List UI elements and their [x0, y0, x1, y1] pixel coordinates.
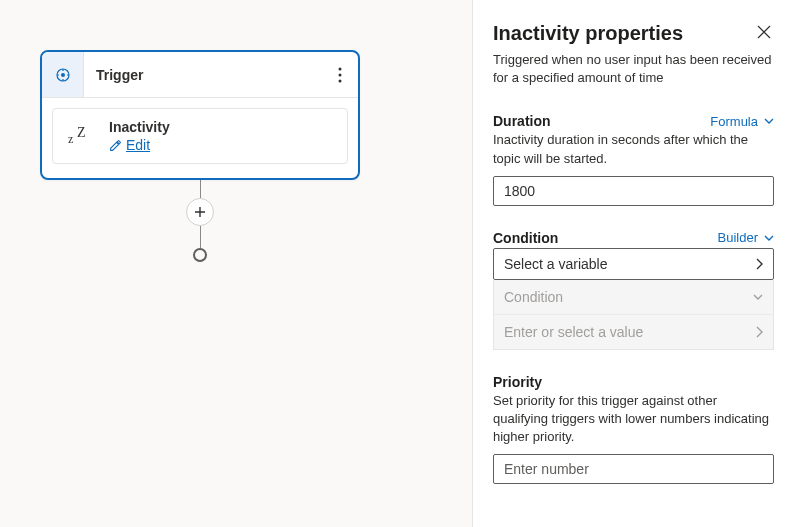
svg-point-4 [339, 79, 342, 82]
trigger-more-button[interactable] [322, 67, 358, 83]
trigger-icon [42, 52, 84, 97]
close-icon [756, 24, 772, 40]
chevron-right-icon [755, 326, 763, 338]
inactivity-title: Inactivity [109, 119, 170, 135]
connector-line [200, 226, 201, 248]
chevron-down-icon [764, 118, 774, 124]
canvas-area: Trigger z Z Inactivity [0, 0, 472, 527]
duration-section: Duration Formula Inactivity duration in … [493, 113, 774, 205]
duration-mode-toggle[interactable]: Formula [710, 114, 774, 129]
panel-title: Inactivity properties [493, 22, 683, 45]
duration-label: Duration [493, 113, 551, 129]
variable-select-placeholder: Select a variable [504, 256, 608, 272]
edit-label: Edit [126, 137, 150, 153]
edit-link[interactable]: Edit [109, 137, 170, 153]
condition-label: Condition [493, 230, 558, 246]
properties-panel: Inactivity properties Triggered when no … [472, 0, 794, 527]
priority-input[interactable] [493, 454, 774, 484]
condition-section: Condition Builder Select a variable Cond… [493, 230, 774, 350]
trigger-node[interactable]: Trigger z Z Inactivity [40, 50, 360, 180]
chevron-down-icon [764, 235, 774, 241]
svg-point-2 [339, 67, 342, 70]
svg-point-3 [339, 73, 342, 76]
connector-line [200, 180, 201, 198]
svg-point-1 [61, 73, 65, 77]
add-node-button[interactable] [186, 198, 214, 226]
priority-label: Priority [493, 374, 542, 390]
inactivity-card[interactable]: z Z Inactivity Edit [52, 108, 348, 164]
end-circle [193, 248, 207, 262]
condition-mode-toggle[interactable]: Builder [718, 230, 774, 245]
condition-operator-select: Condition [494, 280, 773, 314]
condition-mode-label: Builder [718, 230, 758, 245]
panel-description: Triggered when no user input has been re… [493, 51, 774, 87]
duration-help: Inactivity duration in seconds after whi… [493, 131, 774, 167]
duration-mode-label: Formula [710, 114, 758, 129]
priority-help: Set priority for this trigger against ot… [493, 392, 774, 447]
close-button[interactable] [754, 22, 774, 45]
plus-icon [194, 206, 206, 218]
condition-value-placeholder: Enter or select a value [504, 324, 643, 340]
trigger-node-title: Trigger [84, 67, 322, 83]
priority-section: Priority Set priority for this trigger a… [493, 374, 774, 485]
pencil-icon [109, 139, 122, 152]
sleep-icon: z Z [65, 125, 95, 147]
svg-text:Z: Z [77, 125, 86, 140]
chevron-down-icon [753, 294, 763, 300]
variable-select[interactable]: Select a variable [493, 248, 774, 280]
condition-operator-placeholder: Condition [504, 289, 563, 305]
duration-input[interactable] [493, 176, 774, 206]
condition-value-select: Enter or select a value [494, 314, 773, 349]
svg-text:z: z [68, 132, 73, 146]
chevron-right-icon [755, 258, 763, 270]
